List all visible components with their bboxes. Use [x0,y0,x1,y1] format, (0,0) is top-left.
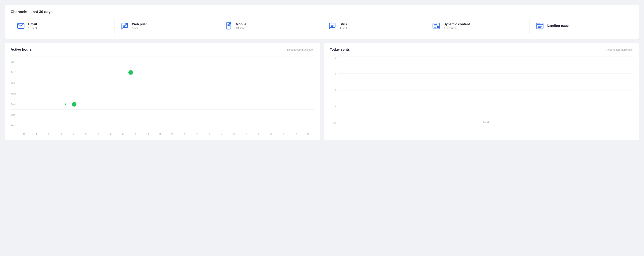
x-label-5: 5 [80,133,92,135]
landing-page-icon [536,21,544,30]
email-icon [16,21,25,30]
day-label-thu: Thu [11,82,18,84]
svg-point-22 [538,23,539,24]
channel-info-email: Email 16 sent [28,22,37,30]
dynamic-content-icon [432,21,440,30]
channel-name-landing-page: Landing page [547,24,568,27]
channel-name-sms: SMS [340,22,347,26]
gridline-20 [338,56,633,57]
active-hours-panel: Active hours Recent communication Sat Fr… [5,43,320,140]
x-label-16: 4 [216,133,228,135]
channel-stat-mobile: 10 sent [236,26,246,30]
sms-icon [328,21,337,30]
day-label-sat: Sat [11,60,18,63]
gridline-10 [338,90,633,90]
chart-row-thu: Thu [11,78,314,88]
today-sents-title: Today sents [330,47,350,52]
channel-item-sms[interactable]: SMS 1 sent [322,18,426,34]
x-label-2: 2 [43,133,55,135]
active-hours-header: Active hours Recent communication [11,47,314,52]
x-label-22: 10 [290,133,302,135]
active-hours-link[interactable]: Recent communication [287,48,314,51]
x-label-10: 10 [142,133,154,135]
web-push-icon: ! [120,21,129,30]
x-label-12: 12 [166,133,178,135]
day-label-tue: Tue [11,103,18,106]
chart-row-area-mon [18,110,314,120]
chart-row-wed: Wed [11,88,314,99]
x-label-9: 9 [129,133,141,135]
x-axis: 12 1 2 3 4 5 6 7 8 9 10 11 12 1 2 3 4 [11,133,314,135]
channel-info-sms: SMS 1 sent [340,22,347,30]
dot-tue-small [64,103,66,105]
svg-point-23 [539,23,540,24]
x-label-6: 6 [92,133,104,135]
day-label-wed: Wed [11,92,18,95]
x-label-18: 6 [240,133,252,135]
chart-row-area-tue [18,99,314,109]
y-label-10: 10 [330,89,337,91]
h-gridlines [338,56,633,124]
channels-section: Channels - Last 30 days Email 16 sent [5,5,639,38]
channel-stat-web-push: 3 sent [132,26,148,30]
x-label-14: 2 [191,133,203,135]
x-label-15: 3 [203,133,216,135]
main-container: Channels - Last 30 days Email 16 sent [0,0,644,145]
bars-container: Email [338,56,633,130]
today-sents-link[interactable]: Recent communication [606,48,633,51]
channel-info-mobile: Mobile 10 sent [236,22,246,30]
chart-row-area-sun [18,120,314,131]
dot-fri-large [128,70,133,75]
x-label-7: 7 [104,133,117,135]
channel-info-dynamic-content: Dynamic content 6 executed [444,22,470,30]
svg-point-21 [537,23,538,24]
channel-item-landing-page[interactable]: Landing page [530,18,633,34]
svg-text:!: ! [230,23,230,24]
chart-row-sat: Sat [11,56,314,67]
x-label-19: 7 [252,133,265,135]
day-label-mon: Mon [11,113,18,116]
channel-stat-sms: 1 sent [340,26,347,30]
chart-row-fri: Fri [11,67,314,78]
channel-name-email: Email [28,22,37,26]
chart-row-mon: Mon [11,110,314,120]
active-hours-title: Active hours [11,47,32,52]
channel-item-email[interactable]: Email 16 sent [11,18,114,34]
x-label-8: 8 [117,133,129,135]
bar-chart-area: 20 15 10 5 0 [330,56,633,130]
y-label-20: 20 [330,121,337,124]
chart-row-area-wed [18,88,314,99]
channel-name-mobile: Mobile [236,22,246,26]
x-label-4: 4 [68,133,80,135]
channel-info-landing-page: Landing page [547,24,568,28]
day-label-fri: Fri [11,71,18,74]
chart-row-area-thu [18,78,314,88]
chart-row-sun: Sun [11,120,314,131]
channels-list: Email 16 sent ! Web push 3 [11,18,633,34]
channels-title: Channels - Last 30 days [11,10,633,14]
today-sents-header: Today sents Recent communication [330,47,633,52]
channel-item-mobile[interactable]: ! Mobile 10 sent [218,18,322,34]
chart-row-area-fri [18,67,314,78]
svg-rect-16 [437,26,439,28]
channel-name-web-push: Web push [132,22,148,26]
x-label-3: 3 [55,133,67,135]
x-label-23: 11 [302,133,314,135]
channel-item-dynamic-content[interactable]: Dynamic content 6 executed [426,18,530,34]
x-label-20: 8 [265,133,277,135]
channel-name-dynamic-content: Dynamic content [444,22,470,26]
bar-group-email: Email [338,120,633,124]
channel-info-web-push: Web push 3 sent [132,22,148,30]
mobile-icon: ! [224,21,233,30]
channel-item-web-push[interactable]: ! Web push 3 sent [114,18,218,34]
y-label-0: 0 [330,56,337,59]
active-hours-chart: Sat Fri Thu [11,56,314,135]
channel-stat-dynamic-content: 6 executed [444,26,470,30]
gridline-15 [338,73,633,73]
chart-row-area-sat [18,57,314,67]
x-label-11: 11 [154,133,166,135]
today-sents-panel: Today sents Recent communication 20 15 1… [324,43,639,140]
day-label-sun: Sun [11,124,18,127]
bar-label-email: Email [483,121,489,124]
x-label-1: 1 [30,133,42,135]
